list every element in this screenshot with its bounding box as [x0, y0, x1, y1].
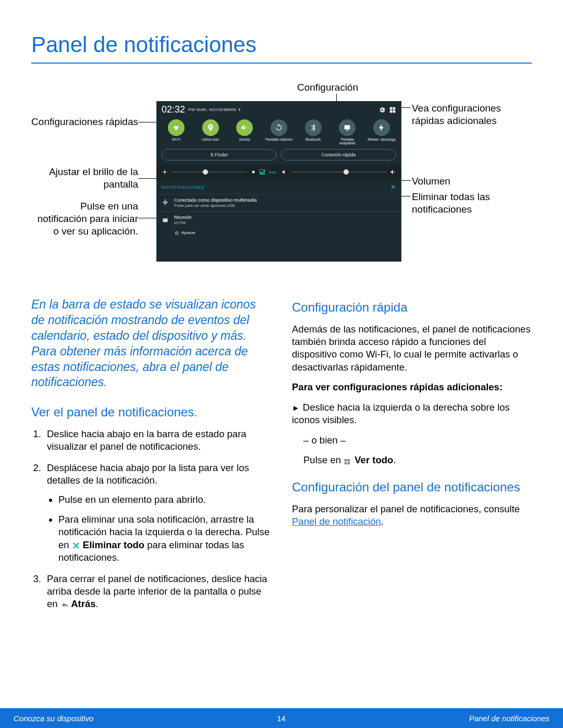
- intro-text: En la barra de estado se visualizan icon…: [31, 297, 271, 390]
- back-icon: [60, 599, 69, 607]
- sfinder-button[interactable]: S Finder: [162, 149, 277, 161]
- svg-rect-17: [345, 462, 347, 465]
- svg-rect-18: [348, 462, 350, 465]
- callout-volume: Volumen: [412, 175, 450, 188]
- grid-icon: [344, 455, 352, 463]
- svg-rect-0: [390, 107, 393, 109]
- step-2: Desplácese hacia abajo por la lista para…: [44, 462, 271, 564]
- quick-wifi[interactable]: Wi-Fi: [162, 119, 191, 145]
- svg-rect-3: [393, 110, 396, 113]
- quick-download-booster[interactable]: Refuer. descarga: [367, 119, 396, 145]
- volume-high-icon: [390, 169, 396, 175]
- calendar-icon: [162, 216, 169, 223]
- quick-settings-row: Wi-Fi Ubica-ción Sonido Pantalla rotació…: [156, 117, 401, 149]
- quick-bluetooth[interactable]: Bluetooth: [299, 119, 328, 145]
- notification-item-usb[interactable]: Conectado como dispositivo multimedia Pu…: [156, 194, 401, 211]
- quick-connect-button[interactable]: Conexión rápida: [281, 149, 396, 161]
- svg-point-6: [164, 171, 166, 173]
- callout-tap-notif: Pulse en una notificación para iniciar o…: [31, 200, 138, 237]
- grid-icon[interactable]: [389, 106, 396, 114]
- snooze-button[interactable]: Aplazar: [156, 228, 401, 240]
- quick-location[interactable]: Ubica-ción: [196, 119, 225, 145]
- svg-point-11: [252, 171, 254, 174]
- svg-rect-1: [393, 107, 396, 109]
- quick-sound[interactable]: Sonido: [230, 119, 259, 145]
- annotated-diagram: Configuración Vea configuraciones rápida…: [31, 81, 532, 279]
- step-2-bullet-1: Pulse en un elemento para abrirlo.: [58, 493, 271, 506]
- panel-settings-desc: Para personalizar el panel de notificaci…: [292, 503, 532, 528]
- bullet-swipe: Deslice hacia la izquierda o la derecha …: [292, 401, 532, 427]
- callout-quick-more: Vea configuraciones rápidas adicionales: [412, 102, 527, 127]
- usb-icon: [162, 199, 169, 206]
- callout-brightness: Ajustar el brillo de la pantalla: [31, 166, 138, 191]
- volume-slider[interactable]: [282, 169, 396, 175]
- page-footer: Conozca su dispositivo 14 Panel de notif…: [0, 708, 563, 728]
- callout-settings: Configuración: [297, 81, 358, 94]
- notification-panel: 02:32 PM MAR, NOVIEMBRE 4 Wi-Fi Ubica-ci…: [156, 101, 401, 262]
- section-view-panel: Ver el panel de notificaciones.: [31, 404, 271, 421]
- notification-item-calendar[interactable]: Reunión 03 PM: [156, 211, 401, 228]
- notification-subtitle: Pulse para ver otras opciones USB: [174, 203, 257, 208]
- brightness-high-icon: [250, 169, 256, 175]
- callout-quick-settings: Configuraciones rápidas: [31, 116, 138, 128]
- svg-rect-15: [345, 459, 347, 462]
- section-quick-settings: Configuración rápida: [292, 299, 532, 316]
- svg-rect-13: [163, 217, 167, 218]
- quick-settings-howto: Para ver configuraciones rápidas adicion…: [292, 381, 532, 393]
- left-column: En la barra de estado se visualizan icon…: [31, 297, 271, 619]
- quick-adaptive-display[interactable]: Pantalla adaptable: [333, 119, 362, 145]
- callout-clear-all: Eliminar todas las notificaciones: [412, 191, 521, 216]
- volume-low-icon: [282, 169, 288, 175]
- notification-title: Reunión: [174, 215, 192, 220]
- page-title: Panel de notificaciones: [31, 32, 532, 64]
- footer-right: Panel de notificaciones: [469, 714, 549, 723]
- svg-rect-5: [346, 130, 348, 131]
- bullet-viewall: Pulse en Ver todo.: [292, 454, 532, 466]
- svg-rect-2: [390, 110, 393, 113]
- brightness-slider[interactable]: Auto: [162, 169, 276, 175]
- panel-date: PM MAR, NOVIEMBRE 4: [188, 107, 241, 112]
- auto-label: Auto: [269, 170, 276, 174]
- panel-clock: 02:32: [162, 104, 185, 115]
- notification-subtitle: 03 PM: [174, 220, 192, 225]
- gear-icon[interactable]: [378, 106, 386, 114]
- svg-rect-4: [345, 125, 350, 129]
- step-2-bullet-2: Para eliminar una sola notificación, arr…: [58, 513, 271, 564]
- footer-page-number: 14: [277, 714, 286, 723]
- quick-rotation[interactable]: Pantalla rotación: [264, 119, 293, 145]
- svg-rect-16: [348, 459, 350, 462]
- quick-settings-desc: Además de las notificaciones, el panel d…: [292, 323, 532, 374]
- close-icon: ✕: [72, 540, 80, 548]
- auto-brightness-checkbox[interactable]: [260, 169, 265, 175]
- or-separator: – o bien –: [292, 434, 532, 447]
- footer-left: Conozca su dispositivo: [14, 714, 93, 723]
- notifications-header: NOTIFICACIONES: [162, 185, 204, 190]
- section-panel-settings: Configuración del panel de notificacione…: [292, 479, 532, 496]
- alarm-icon: [174, 230, 179, 236]
- right-column: Configuración rápida Además de las notif…: [292, 297, 532, 619]
- notification-title: Conectado como dispositivo multimedia: [174, 198, 257, 203]
- clear-all-icon[interactable]: ✕: [390, 183, 396, 191]
- step-1: Deslice hacia abajo en la barra de estad…: [44, 428, 271, 453]
- panel-link[interactable]: Panel de notificación: [292, 516, 381, 527]
- step-3: Para cerrar el panel de notificaciones, …: [44, 573, 271, 611]
- brightness-low-icon: [162, 169, 168, 175]
